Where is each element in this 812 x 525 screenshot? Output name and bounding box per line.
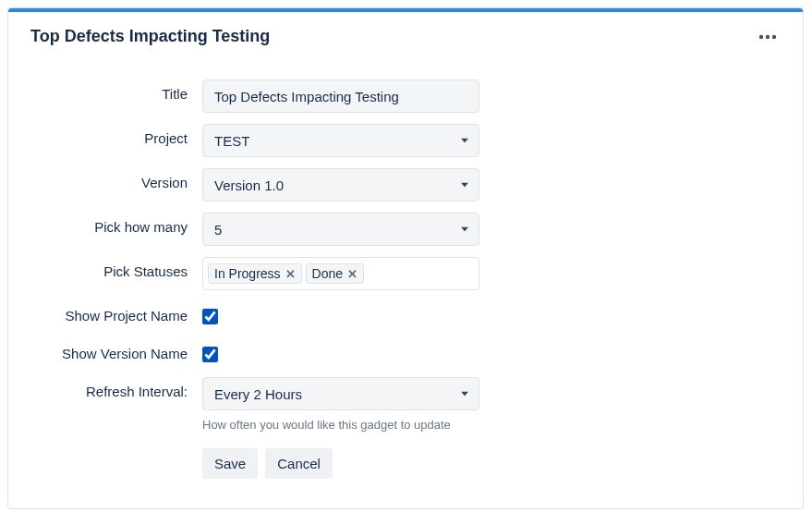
- row-how-many: Pick how many 5: [30, 213, 781, 246]
- status-tag-label: In Progress: [214, 266, 281, 281]
- card-menu-button[interactable]: [755, 31, 781, 43]
- show-project-name-checkbox[interactable]: [202, 309, 218, 324]
- svg-point-0: [759, 34, 763, 38]
- label-how-many: Pick how many: [30, 213, 202, 235]
- label-show-version-name: Show Version Name: [30, 339, 202, 361]
- status-tag-label: Done: [312, 266, 343, 281]
- refresh-interval-select[interactable]: Every 2 Hours: [202, 377, 479, 410]
- svg-point-2: [772, 34, 776, 38]
- status-tag: In Progress ✕: [208, 263, 302, 284]
- how-many-select[interactable]: 5: [202, 213, 479, 246]
- card-title: Top Defects Impacting Testing: [30, 27, 270, 46]
- row-show-version-name: Show Version Name: [30, 339, 781, 366]
- statuses-input[interactable]: In Progress ✕ Done ✕: [202, 257, 479, 290]
- label-statuses: Pick Statuses: [30, 257, 202, 279]
- row-refresh-interval: Refresh Interval: Every 2 Hours: [30, 377, 781, 410]
- save-button[interactable]: Save: [202, 448, 258, 479]
- version-select[interactable]: Version 1.0: [202, 168, 479, 201]
- gadget-card: Top Defects Impacting Testing Title Proj…: [7, 7, 804, 509]
- row-show-project-name: Show Project Name: [30, 301, 781, 328]
- label-version: Version: [30, 168, 202, 190]
- label-refresh-interval: Refresh Interval:: [30, 377, 202, 399]
- project-select[interactable]: TEST: [202, 124, 479, 157]
- show-version-name-checkbox[interactable]: [202, 347, 218, 362]
- row-buttons: Save Cancel: [30, 448, 781, 479]
- row-statuses: Pick Statuses In Progress ✕ Done ✕: [30, 257, 781, 290]
- card-header: Top Defects Impacting Testing: [8, 12, 803, 54]
- refresh-helper-text: How often you would like this gadget to …: [202, 418, 451, 432]
- label-title: Title: [30, 79, 202, 102]
- svg-point-1: [766, 34, 770, 38]
- title-input[interactable]: [202, 79, 479, 113]
- card-body: Title Project TEST Version Version 1.0: [8, 54, 803, 508]
- remove-tag-icon[interactable]: ✕: [347, 268, 358, 280]
- row-version: Version Version 1.0: [30, 168, 781, 201]
- remove-tag-icon[interactable]: ✕: [285, 268, 296, 280]
- label-project: Project: [30, 124, 202, 146]
- row-project: Project TEST: [30, 124, 781, 157]
- cancel-button[interactable]: Cancel: [265, 448, 333, 479]
- more-icon: [758, 34, 777, 40]
- label-show-project-name: Show Project Name: [30, 301, 202, 324]
- row-title: Title: [30, 79, 781, 113]
- status-tag: Done ✕: [306, 263, 364, 284]
- row-refresh-helper: How often you would like this gadget to …: [30, 414, 781, 432]
